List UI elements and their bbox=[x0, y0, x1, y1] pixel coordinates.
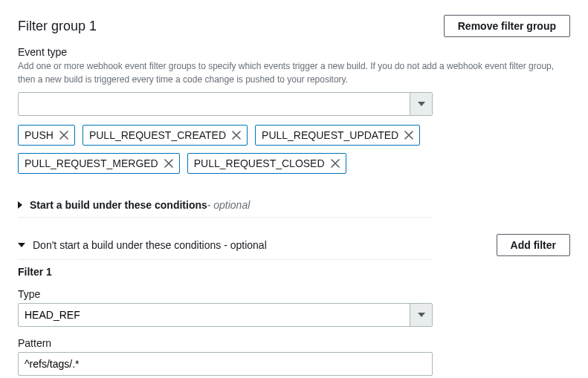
event-tag: PUSH bbox=[18, 125, 75, 146]
event-tag-label: PULL_REQUEST_UPDATED bbox=[262, 129, 398, 141]
remove-tag-button[interactable] bbox=[331, 159, 340, 168]
filter-1-title: Filter 1 bbox=[18, 266, 570, 278]
filter-pattern-label: Pattern bbox=[18, 337, 570, 349]
divider bbox=[18, 259, 433, 260]
close-icon bbox=[232, 131, 241, 140]
filter-pattern-input[interactable] bbox=[18, 352, 433, 376]
dont-start-build-section-toggle[interactable]: Don't start a build under these conditio… bbox=[18, 239, 267, 251]
divider bbox=[18, 217, 433, 218]
event-type-select[interactable] bbox=[18, 92, 433, 116]
chevron-down-icon bbox=[18, 243, 25, 247]
start-build-optional: - optional bbox=[207, 199, 251, 211]
event-type-label: Event type bbox=[18, 46, 570, 58]
event-tag: PULL_REQUEST_CREATED bbox=[83, 125, 248, 146]
dont-start-build-title: Don't start a build under these conditio… bbox=[33, 239, 221, 251]
event-tag-label: PUSH bbox=[25, 129, 54, 141]
event-tag: PULL_REQUEST_CLOSED bbox=[187, 153, 346, 174]
close-icon bbox=[164, 159, 173, 168]
start-build-section-toggle[interactable]: Start a build under these conditions - o… bbox=[18, 195, 570, 215]
close-icon bbox=[404, 131, 413, 140]
remove-tag-button[interactable] bbox=[59, 131, 68, 140]
event-tag: PULL_REQUEST_MERGED bbox=[18, 153, 180, 174]
remove-tag-button[interactable] bbox=[164, 159, 173, 168]
remove-filter-group-button[interactable]: Remove filter group bbox=[444, 15, 570, 37]
event-tag-label: PULL_REQUEST_CLOSED bbox=[194, 157, 325, 169]
event-tag-label: PULL_REQUEST_CREATED bbox=[89, 129, 226, 141]
remove-tag-button[interactable] bbox=[232, 131, 241, 140]
event-type-tags: PUSH PULL_REQUEST_CREATED PULL_REQUEST_U… bbox=[18, 125, 433, 174]
dont-start-build-optional: - optional bbox=[224, 239, 267, 251]
event-type-help: Add one or more webhook event filter gro… bbox=[18, 59, 568, 86]
add-filter-button[interactable]: Add filter bbox=[497, 234, 570, 256]
filter-group-title: Filter group 1 bbox=[18, 19, 97, 34]
event-tag-label: PULL_REQUEST_MERGED bbox=[25, 157, 158, 169]
event-tag: PULL_REQUEST_UPDATED bbox=[255, 125, 420, 146]
chevron-right-icon bbox=[18, 201, 22, 209]
filter-type-label: Type bbox=[18, 288, 570, 300]
close-icon bbox=[331, 159, 340, 168]
filter-type-select[interactable]: HEAD_REF bbox=[18, 303, 433, 327]
close-icon bbox=[59, 131, 68, 140]
remove-tag-button[interactable] bbox=[404, 131, 413, 140]
start-build-title: Start a build under these conditions bbox=[30, 199, 207, 211]
